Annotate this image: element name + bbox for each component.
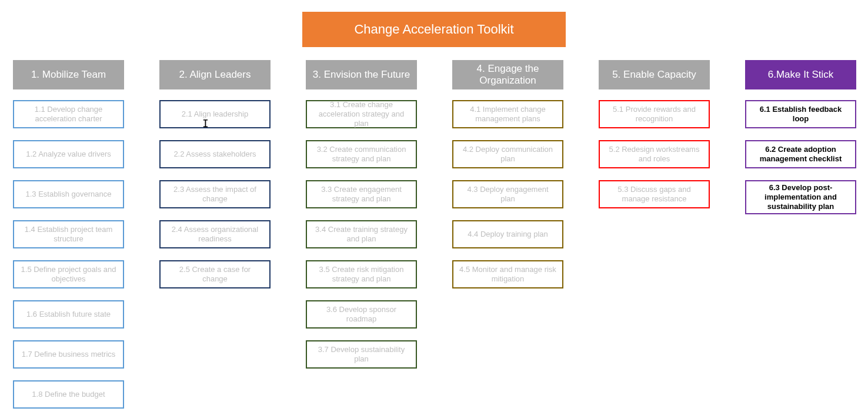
toolkit-item: 2.1 Align leadership bbox=[159, 100, 271, 128]
toolkit-item: 6.1 Establish feedback loop bbox=[745, 100, 856, 128]
toolkit-item: 1.4 Establish project team structure bbox=[13, 220, 124, 248]
toolkit-item: 6.2 Create adoption management checklist bbox=[745, 140, 856, 168]
toolkit-item: 1.5 Define project goals and objectives bbox=[13, 260, 124, 288]
column-header: 2. Align Leaders bbox=[159, 60, 271, 89]
toolkit-item: 1.8 Define the budget bbox=[13, 380, 124, 409]
column-header: 5. Enable Capacity bbox=[599, 60, 710, 89]
column-header: 3. Envision the Future bbox=[306, 60, 417, 89]
toolkit-item: 4.3 Deploy engagement plan bbox=[452, 180, 563, 208]
toolkit-item: 2.2 Assess stakeholders bbox=[159, 140, 271, 168]
toolkit-item: 3.2 Create communication strategy and pl… bbox=[306, 140, 417, 168]
column: 2. Align Leaders2.1 Align leadership2.2 … bbox=[159, 60, 271, 418]
main-title: Change Acceleration Toolkit bbox=[302, 12, 566, 47]
columns-container: 1. Mobilize Team1.1 Develop change accel… bbox=[12, 60, 856, 418]
column: 3. Envision the Future3.1 Create change … bbox=[306, 60, 417, 418]
toolkit-item: 3.7 Develop sustainability plan bbox=[306, 340, 417, 369]
column-header: 4. Engage the Organization bbox=[452, 60, 563, 89]
toolkit-item: 5.3 Discuss gaps and manage resistance bbox=[599, 180, 710, 208]
toolkit-item: 1.6 Establish future state bbox=[13, 300, 124, 329]
column: 1. Mobilize Team1.1 Develop change accel… bbox=[13, 60, 124, 418]
toolkit-item: 2.4 Assess organizational readiness bbox=[159, 220, 271, 248]
toolkit-item: 5.2 Redesign workstreams and roles bbox=[599, 140, 710, 168]
toolkit-item: 4.5 Monitor and manage risk mitigation bbox=[452, 260, 563, 288]
toolkit-item: 4.1 Implement change management plans bbox=[452, 100, 563, 128]
column-header: 1. Mobilize Team bbox=[13, 60, 124, 89]
toolkit-item: 1.3 Establish governance bbox=[13, 180, 124, 208]
toolkit-item: 5.1 Provide rewards and recognition bbox=[599, 100, 710, 128]
toolkit-item: 4.2 Deploy communication plan bbox=[452, 140, 563, 168]
toolkit-item: 3.5 Create risk mitigation strategy and … bbox=[306, 260, 417, 288]
toolkit-item: 3.3 Create engagement strategy and plan bbox=[306, 180, 417, 208]
column: 5. Enable Capacity5.1 Provide rewards an… bbox=[599, 60, 710, 418]
toolkit-item: 2.5 Create a case for change bbox=[159, 260, 271, 288]
toolkit-item: 3.4 Create training strategy and plan bbox=[306, 220, 417, 248]
toolkit-item: 1.7 Define business metrics bbox=[13, 340, 124, 369]
toolkit-item: 4.4 Deploy training plan bbox=[452, 220, 563, 248]
toolkit-item: 1.2 Analyze value drivers bbox=[13, 140, 124, 168]
column: 4. Engage the Organization4.1 Implement … bbox=[452, 60, 563, 418]
toolkit-item: 3.1 Create change acceleration strategy … bbox=[306, 100, 417, 128]
toolkit-item: 3.6 Develop sponsor roadmap bbox=[306, 300, 417, 329]
column-header: 6.Make It Stick bbox=[745, 60, 856, 89]
toolkit-item: 6.3 Develop post-implementation and sust… bbox=[745, 180, 856, 214]
toolkit-item: 1.1 Develop change acceleration charter bbox=[13, 100, 124, 128]
column: 6.Make It Stick6.1 Establish feedback lo… bbox=[745, 60, 856, 418]
toolkit-item: 2.3 Assess the impact of change bbox=[159, 180, 271, 208]
